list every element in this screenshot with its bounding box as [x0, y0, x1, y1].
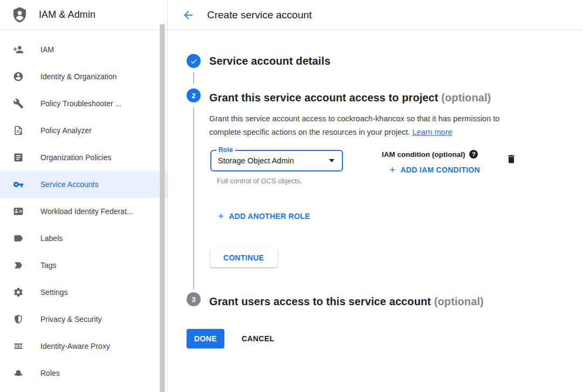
- key-icon: [13, 179, 24, 190]
- step-grant-users-access: 3 Grant users access to this service acc…: [187, 292, 583, 311]
- done-button[interactable]: DONE: [187, 329, 224, 348]
- help-icon[interactable]: ?: [469, 150, 478, 159]
- add-iam-condition-button[interactable]: + ADD IAM CONDITION: [389, 164, 480, 175]
- label-icon: [13, 233, 24, 244]
- sidebar-item-tags[interactable]: Tags: [0, 252, 167, 279]
- plus-icon: +: [389, 164, 395, 175]
- sidebar-item-labels[interactable]: Labels: [0, 225, 167, 252]
- arrow-back-icon[interactable]: [182, 9, 195, 22]
- step2-number-badge: 2: [187, 88, 201, 102]
- shield-half-icon: [13, 314, 24, 325]
- step2-title: Grant this service account access to pro…: [209, 92, 438, 104]
- hat-icon: [13, 368, 24, 379]
- page-header: Create service account: [168, 0, 583, 30]
- step3-number-badge: 3: [187, 292, 201, 306]
- step2-body: Grant this service account access to coc…: [187, 107, 583, 289]
- step3-optional-label: (optional): [434, 295, 484, 307]
- role-helper-text: Full control of GCS objects.: [210, 177, 343, 185]
- trash-icon: [506, 154, 517, 164]
- step3-title: Grant users access to this service accou…: [209, 295, 431, 307]
- sidebar-item-iam[interactable]: IAM: [0, 36, 167, 63]
- role-field-label: Role: [216, 146, 235, 154]
- sidebar-item-service-accounts[interactable]: Service Accounts: [0, 171, 167, 198]
- badge-card-icon: [13, 206, 24, 217]
- sidebar-item-policy-analyzer[interactable]: Policy Analyzer: [0, 117, 167, 144]
- delete-role-button[interactable]: [506, 154, 517, 164]
- sidebar-scrollbar[interactable]: [160, 24, 165, 392]
- step-grant-access-to-project: 2 Grant this service account access to p…: [187, 88, 583, 107]
- wrench-icon: [13, 98, 24, 109]
- sidebar-nav: IAM Identity & Organization Policy Troub…: [0, 30, 168, 392]
- article-icon: [13, 152, 24, 163]
- step1-complete-check-icon: [187, 54, 201, 68]
- iam-condition-label: IAM condition (optional): [382, 150, 465, 159]
- form-actions: DONE CANCEL: [187, 329, 583, 348]
- chevron-down-icon: [329, 159, 334, 162]
- sidebar-item-roles[interactable]: Roles: [0, 360, 167, 387]
- app-title: IAM & Admin: [39, 9, 95, 20]
- cancel-button[interactable]: CANCEL: [242, 334, 275, 343]
- learn-more-link[interactable]: Learn more: [412, 128, 452, 136]
- policy-doc-icon: [13, 125, 24, 136]
- role-dropdown[interactable]: Role Storage Object Admin: [210, 150, 343, 171]
- step-connector: [187, 68, 583, 88]
- step2-description: Grant this service account access to coc…: [209, 112, 529, 139]
- step-service-account-details: Service account details: [187, 54, 583, 68]
- add-another-role-button[interactable]: + ADD ANOTHER ROLE: [218, 211, 310, 221]
- account-circle-icon: [13, 71, 24, 82]
- iam-condition-column: IAM condition (optional) ? + ADD IAM CON…: [382, 150, 480, 175]
- step1-title: Service account details: [209, 54, 331, 68]
- gear-icon: [13, 287, 24, 298]
- proxy-stripes-icon: [13, 341, 24, 352]
- step2-optional-label: (optional): [441, 92, 491, 104]
- continue-button[interactable]: CONTINUE: [210, 248, 277, 267]
- main-content: Service account details 2 Grant this ser…: [168, 30, 583, 392]
- sidebar-item-settings[interactable]: Settings: [0, 279, 167, 306]
- sidebar-item-organization-policies[interactable]: Organization Policies: [0, 144, 167, 171]
- role-column: Role Storage Object Admin Full control o…: [210, 150, 343, 185]
- sidebar-item-identity-organization[interactable]: Identity & Organization: [0, 63, 167, 90]
- page-title: Create service account: [207, 9, 312, 21]
- app-header: IAM & Admin: [0, 0, 168, 30]
- step2-connector-line: [193, 107, 194, 289]
- shield-person-icon: [11, 6, 28, 23]
- sidebar-item-workload-identity-federat[interactable]: Workload Identity Federat...: [0, 198, 167, 225]
- top-bar: IAM & Admin Create service account: [0, 0, 583, 30]
- tag-arrow-icon: [13, 260, 24, 271]
- plus-icon: +: [218, 211, 224, 221]
- role-field-value: Storage Object Admin: [218, 156, 294, 165]
- person-add-icon: [13, 44, 24, 55]
- sidebar-item-policy-troubleshooter[interactable]: Policy Troubleshooter ...: [0, 90, 167, 117]
- sidebar-item-identity-aware-proxy[interactable]: Identity-Aware Proxy: [0, 333, 167, 360]
- sidebar-item-privacy-security[interactable]: Privacy & Security: [0, 306, 167, 333]
